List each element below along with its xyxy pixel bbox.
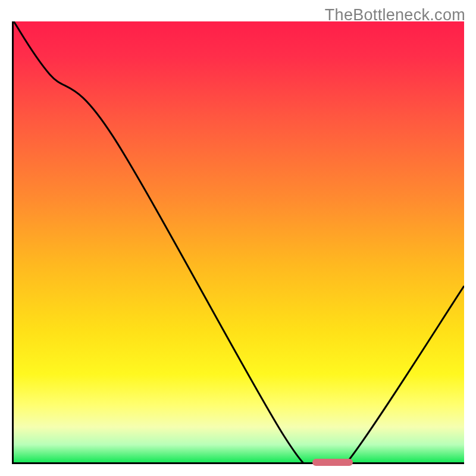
optimal-range-marker bbox=[312, 459, 353, 466]
curve-layer bbox=[14, 21, 464, 462]
bottleneck-chart: TheBottleneck.com bbox=[0, 0, 476, 476]
bottleneck-curve-path bbox=[14, 21, 464, 462]
plot-area bbox=[12, 21, 464, 464]
